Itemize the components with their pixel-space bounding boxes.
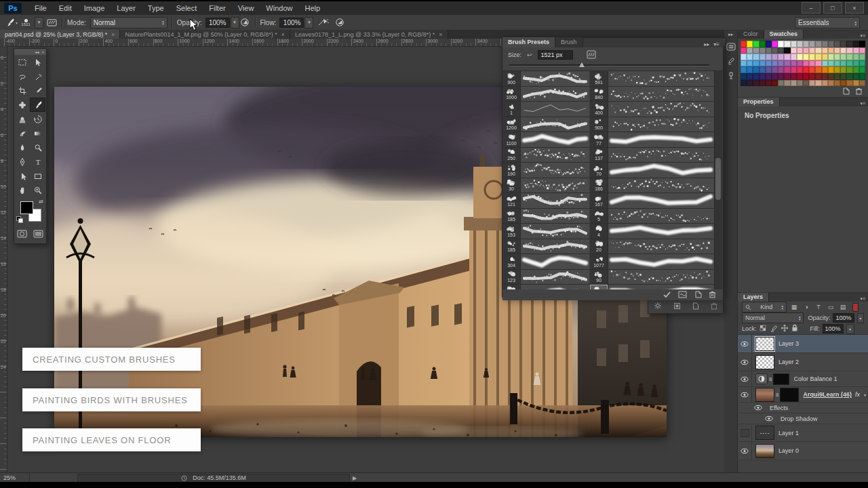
color-swatch[interactable] xyxy=(803,60,809,67)
color-swatch[interactable] xyxy=(778,54,784,60)
close-button[interactable]: × xyxy=(845,2,864,14)
color-swatch[interactable] xyxy=(859,47,865,54)
menu-window[interactable]: Window xyxy=(260,1,298,15)
color-swatch[interactable] xyxy=(760,47,766,54)
brush-preset-row[interactable]: 840 xyxy=(590,87,714,102)
color-swatch[interactable] xyxy=(753,66,759,73)
color-swatch[interactable] xyxy=(784,54,790,60)
brush-tip-icon[interactable]: 153 xyxy=(502,224,521,239)
color-swatch[interactable] xyxy=(760,54,766,60)
color-swatch[interactable] xyxy=(809,80,815,87)
layer-thumbnail[interactable]: ---- xyxy=(755,426,774,440)
clone-source-panel-icon[interactable] xyxy=(726,70,736,80)
color-swatch[interactable] xyxy=(859,66,865,73)
color-swatch[interactable] xyxy=(809,47,815,54)
color-swatch[interactable] xyxy=(753,47,759,54)
color-swatch[interactable] xyxy=(741,47,747,54)
brush-tip-icon[interactable]: 400 xyxy=(590,102,608,117)
color-swatch[interactable] xyxy=(815,73,821,80)
color-swatch[interactable] xyxy=(753,41,759,47)
color-swatch[interactable] xyxy=(766,60,772,67)
brush-tip-icon[interactable]: 90 xyxy=(590,270,608,285)
close-tab-icon[interactable]: × xyxy=(281,31,285,38)
filter-smart-object-icon[interactable]: ▤ xyxy=(838,304,848,310)
color-swatch[interactable] xyxy=(859,73,865,80)
brush-stroke-preview[interactable] xyxy=(521,163,589,178)
color-swatch[interactable] xyxy=(809,41,815,47)
color-swatch[interactable] xyxy=(772,54,778,60)
color-swatch[interactable] xyxy=(846,60,852,67)
color-swatch[interactable] xyxy=(772,41,778,47)
brush-stroke-preview[interactable] xyxy=(608,132,714,147)
color-swatch[interactable] xyxy=(766,47,772,54)
menu-type[interactable]: Type xyxy=(142,1,170,15)
color-swatch[interactable] xyxy=(815,60,821,67)
confirm-icon[interactable] xyxy=(663,291,671,300)
brush-stroke-preview[interactable] xyxy=(608,87,714,102)
color-swatch[interactable] xyxy=(828,41,834,47)
brush-tip-icon[interactable]: 121 xyxy=(502,193,521,208)
preset-picker-caret[interactable]: ▾ xyxy=(35,17,43,28)
visibility-toggle[interactable] xyxy=(738,387,752,402)
color-swatch[interactable] xyxy=(822,73,828,80)
menu-image[interactable]: Image xyxy=(78,1,111,15)
color-swatch[interactable] xyxy=(797,47,803,54)
color-swatch[interactable] xyxy=(809,54,815,60)
color-swatch[interactable] xyxy=(778,80,784,87)
brush-tip-icon[interactable]: 77 xyxy=(590,132,608,147)
color-swatch[interactable] xyxy=(822,54,828,60)
document-tab-2[interactable]: NaturePlants0014_1_M.png @ 50% (Layer 0,… xyxy=(120,30,290,39)
color-swatch[interactable] xyxy=(741,41,747,47)
color-swatch[interactable] xyxy=(803,80,809,87)
panel-menu-icon[interactable]: ▾≡ xyxy=(713,41,719,47)
color-swatch[interactable] xyxy=(741,60,747,67)
menu-view[interactable]: View xyxy=(232,1,260,15)
color-swatch[interactable] xyxy=(753,73,759,80)
brush-tip-icon[interactable]: 30 xyxy=(502,178,521,193)
swap-colors-icon[interactable]: ⇄ xyxy=(39,199,43,205)
layer-row-layer-2[interactable]: Layer 2 xyxy=(738,353,868,371)
brush-stroke-preview[interactable] xyxy=(521,224,589,239)
color-swatch[interactable] xyxy=(772,47,778,54)
tab-brush-presets[interactable]: Brush Presets xyxy=(502,37,555,47)
pressure-size-icon[interactable] xyxy=(334,17,346,28)
magic-wand-tool[interactable] xyxy=(30,69,45,83)
panel-menu-icon[interactable]: ▾≡ xyxy=(860,296,868,302)
color-swatch[interactable] xyxy=(766,41,772,47)
brush-tip-icon[interactable]: 185 xyxy=(502,239,521,254)
gradient-tool[interactable] xyxy=(30,126,45,140)
color-swatch[interactable] xyxy=(791,47,797,54)
blur-tool[interactable] xyxy=(14,140,30,155)
color-swatch[interactable] xyxy=(772,60,778,67)
color-swatch[interactable] xyxy=(766,80,772,87)
brush-tip-icon[interactable]: 250 xyxy=(502,148,521,163)
color-swatch[interactable] xyxy=(760,41,766,47)
layer-fill-field[interactable]: 100% xyxy=(823,324,844,333)
menu-select[interactable]: Select xyxy=(170,1,203,15)
visibility-toggle[interactable] xyxy=(738,424,752,441)
layer-name[interactable]: Layer 0 xyxy=(778,447,799,454)
pen-tool[interactable] xyxy=(14,155,30,169)
filter-toggle[interactable] xyxy=(852,303,859,312)
color-swatch[interactable] xyxy=(803,54,809,60)
color-swatch[interactable] xyxy=(747,54,753,60)
rectangular-marquee-tool[interactable] xyxy=(14,55,30,69)
brush-stroke-preview[interactable] xyxy=(608,224,714,239)
color-swatch[interactable] xyxy=(853,47,859,54)
minimize-button[interactable]: – xyxy=(802,2,821,14)
mask-link-icon[interactable]: 8 xyxy=(776,392,778,398)
color-swatch[interactable] xyxy=(840,73,846,80)
brush-stroke-preview[interactable] xyxy=(521,239,589,254)
brush-tip-icon[interactable]: 840 xyxy=(590,87,608,102)
color-swatch[interactable] xyxy=(815,54,821,60)
color-swatch[interactable] xyxy=(834,73,840,80)
trash-icon[interactable] xyxy=(711,300,717,312)
color-swatch[interactable] xyxy=(797,73,803,80)
color-swatch[interactable] xyxy=(791,73,797,80)
brush-tip-icon[interactable]: 185 xyxy=(502,209,521,224)
layer-thumbnail[interactable] xyxy=(755,444,774,458)
preset-manager-icon[interactable] xyxy=(678,291,687,300)
layer-name[interactable]: Layer 3 xyxy=(778,340,799,347)
layer-row-drop-shadow[interactable]: Drop Shadow xyxy=(738,413,868,424)
color-swatch[interactable] xyxy=(822,60,828,67)
